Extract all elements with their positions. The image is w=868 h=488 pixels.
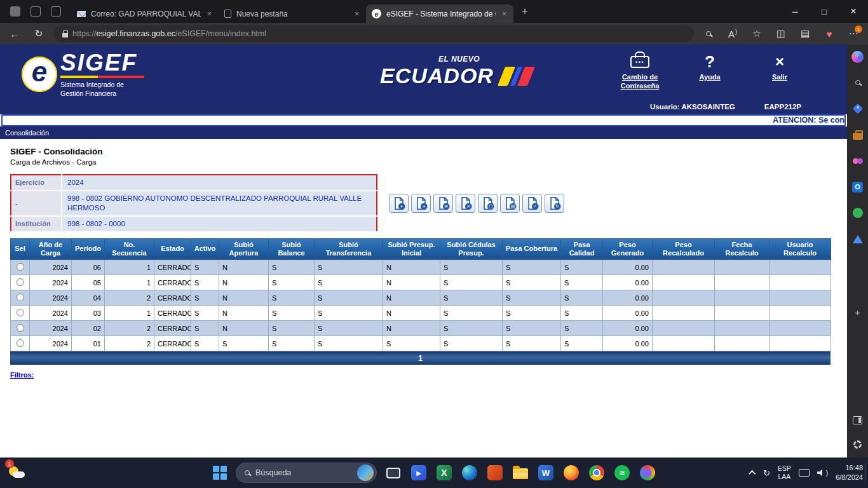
windows-logo-icon <box>213 466 227 480</box>
row-select-radio[interactable] <box>17 309 24 316</box>
esigef-favicon: e <box>372 9 381 18</box>
refresh-button[interactable]: ↻ <box>29 25 48 43</box>
browser-tab[interactable]: Correo: GAD PARROQUIAL VALLE× <box>71 4 219 23</box>
edge-icon[interactable] <box>457 460 482 485</box>
tab-close-icon[interactable]: × <box>501 10 508 18</box>
browser-tab[interactable]: Nueva pestaña× <box>219 4 366 23</box>
tab-tools-icon[interactable] <box>10 6 20 17</box>
cell: S <box>561 290 603 306</box>
cell: 06 <box>72 260 105 275</box>
cancel-file-button[interactable]: × <box>456 194 475 213</box>
sidebar-panel-icon[interactable] <box>851 413 865 427</box>
search-file-button[interactable]: ○ <box>478 194 498 213</box>
row-select-radio[interactable] <box>17 263 24 271</box>
header-link-label: Ayuda <box>699 73 720 82</box>
grid-header-row: SelAño de CargaPeriodoNo. SecuenciaEstad… <box>11 238 831 259</box>
browser-essentials-icon[interactable]: ♥ <box>820 25 839 43</box>
pagination-bar: 1 <box>10 351 831 365</box>
browser-profile-icon[interactable] <box>635 460 660 485</box>
filters-link[interactable]: Filtros: <box>10 371 34 379</box>
settings-more-icon[interactable]: ⋯1 <box>844 25 863 43</box>
drop-icon[interactable] <box>851 232 865 246</box>
read-aloud-icon[interactable]: A) <box>723 25 742 43</box>
taskbar-search[interactable]: Búsqueda <box>236 463 377 483</box>
spotify-icon[interactable]: ≈ <box>609 460 635 485</box>
svg-text:○: ○ <box>488 203 492 209</box>
address-bar[interactable]: https://esigef.finanzas.gob.ec/eSIGEF/me… <box>53 25 694 42</box>
logout-link[interactable]: ×Salir <box>752 52 808 82</box>
search-page-icon[interactable] <box>699 25 718 43</box>
menu-consolidacion[interactable]: Consolidación <box>5 129 49 137</box>
new-tab-button[interactable]: + <box>516 3 534 20</box>
cell: CERRADO <box>154 290 191 306</box>
maximize-button[interactable]: □ <box>810 0 839 23</box>
column-header: Subió Transferencia <box>315 238 383 259</box>
back-button[interactable]: ← <box>5 25 24 43</box>
media-app-icon[interactable]: ▶ <box>406 460 431 485</box>
change-password-link[interactable]: •••Cambio de Contraseña <box>612 52 668 91</box>
form-label: Ejercicio <box>11 175 62 191</box>
row-select-radio[interactable] <box>17 324 24 332</box>
shopping-icon[interactable] <box>851 102 865 116</box>
cell: S <box>269 336 315 351</box>
volume-icon[interactable]: ) <box>817 469 828 477</box>
recalculate-button[interactable]: ↻ <box>545 194 564 213</box>
show-desktop-button[interactable] <box>865 463 868 483</box>
help-link[interactable]: ?Ayuda <box>682 52 738 82</box>
file-details-button[interactable]: ≡ <box>433 194 453 213</box>
excel-icon[interactable]: X <box>431 460 457 485</box>
approve-file-button[interactable]: ✓ <box>522 194 542 213</box>
tab-close-icon[interactable]: × <box>206 10 213 18</box>
add-sidebar-icon[interactable]: + <box>851 305 865 319</box>
row-select-radio[interactable] <box>17 339 24 347</box>
cell: S <box>440 336 503 351</box>
print-button[interactable]: ▤ <box>500 194 520 213</box>
user-label: Usuario: AKSOSAINTEG <box>650 103 735 111</box>
task-view-icon[interactable] <box>381 460 406 485</box>
cell <box>715 306 770 321</box>
page-number[interactable]: 1 <box>418 354 423 363</box>
minimize-button[interactable]: ─ <box>780 0 810 23</box>
language-indicator[interactable]: ESP LAA <box>778 464 791 481</box>
add-file-button[interactable]: + <box>411 194 431 213</box>
row-select-radio[interactable] <box>17 278 24 286</box>
new-file-button[interactable]: + <box>389 194 409 213</box>
split-screen-icon[interactable]: ◫ <box>771 25 790 43</box>
sync-icon[interactable]: ↻ <box>763 468 770 478</box>
cell: S <box>315 290 383 306</box>
firefox-icon[interactable] <box>559 460 584 485</box>
workspaces-icon[interactable] <box>31 6 41 17</box>
microsoft-365-icon[interactable] <box>482 460 508 485</box>
cell: S <box>191 260 219 275</box>
cell <box>770 260 831 275</box>
vertical-tabs-icon[interactable] <box>51 6 61 17</box>
cell: 2 <box>105 321 154 336</box>
close-button[interactable]: × <box>839 0 868 23</box>
file-toolbar: ++≡×○▤✓↻ <box>389 194 564 213</box>
tab-title: eSIGEF - Sistema Integrado de G <box>386 10 496 18</box>
touch-keyboard-icon[interactable] <box>799 469 810 477</box>
search-icon[interactable] <box>851 76 865 90</box>
people-icon[interactable] <box>851 154 865 168</box>
cell: S <box>440 321 503 336</box>
clock[interactable]: 16:48 6/8/2024 <box>836 463 863 482</box>
svg-text:+: + <box>400 203 403 209</box>
column-header: Fecha Recalculo <box>715 238 770 259</box>
add-favorite-icon[interactable]: ☆ <box>747 25 766 43</box>
site-header: e SIGEF Sistema Integrado de Gestión Fin… <box>0 44 847 114</box>
tray-chevron-icon[interactable] <box>749 470 756 477</box>
browser-tab[interactable]: eeSIGEF - Sistema Integrado de G× <box>366 4 513 23</box>
copilot-icon[interactable] <box>851 50 865 64</box>
microsoft-365-icon[interactable] <box>851 128 865 142</box>
row-select-radio[interactable] <box>17 294 24 301</box>
green-app-icon[interactable] <box>851 206 865 220</box>
tab-close-icon[interactable]: × <box>353 10 360 18</box>
file-explorer-icon[interactable] <box>508 460 533 485</box>
outlook-icon[interactable]: O <box>851 180 865 194</box>
widgets-button[interactable]: 1 <box>6 461 29 484</box>
chrome-icon[interactable] <box>584 460 609 485</box>
word-icon[interactable]: W <box>533 460 559 485</box>
sidebar-settings-icon[interactable] <box>851 437 865 451</box>
start-button[interactable] <box>208 461 232 485</box>
collections-icon[interactable]: ▤ <box>796 25 815 43</box>
